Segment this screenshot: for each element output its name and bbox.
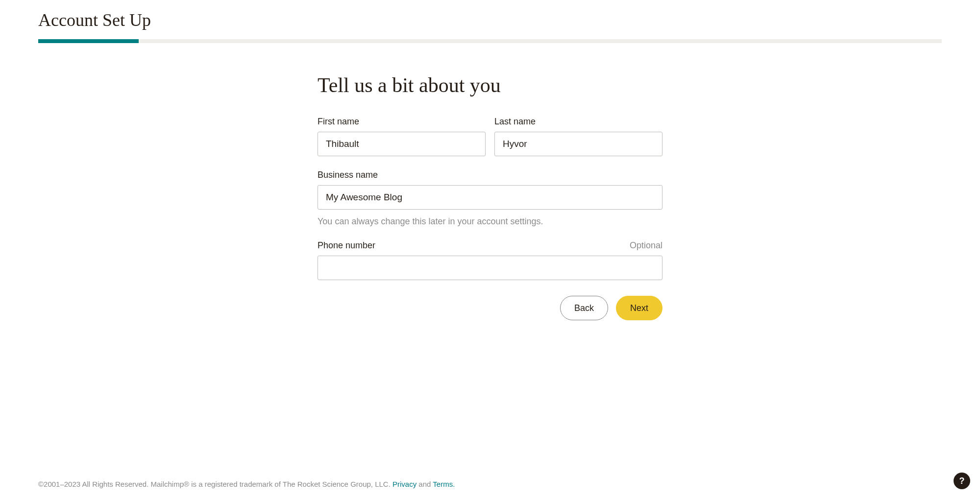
progress-fill: [38, 39, 139, 43]
footer-and: and: [416, 480, 433, 488]
progress-bar: [38, 39, 942, 43]
first-name-field-group: First name: [318, 117, 486, 156]
business-name-input[interactable]: [318, 185, 662, 210]
name-row: First name Last name: [318, 117, 662, 156]
back-button[interactable]: Back: [560, 296, 608, 320]
button-row: Back Next: [318, 296, 662, 320]
phone-field-group: Phone number Optional: [318, 240, 662, 280]
privacy-link[interactable]: Privacy: [392, 480, 416, 488]
phone-label: Phone number: [318, 240, 375, 251]
terms-link[interactable]: Terms.: [433, 480, 455, 488]
business-name-field-group: Business name You can always change this…: [318, 170, 662, 227]
last-name-label: Last name: [494, 117, 536, 127]
last-name-input[interactable]: [494, 132, 662, 156]
first-name-label: First name: [318, 117, 359, 127]
phone-input[interactable]: [318, 256, 662, 280]
form-heading: Tell us a bit about you: [318, 73, 662, 97]
footer-copyright: ©2001–2023 All Rights Reserved. Mailchim…: [38, 480, 392, 488]
next-button[interactable]: Next: [616, 296, 662, 320]
first-name-input[interactable]: [318, 132, 486, 156]
help-icon: ?: [959, 476, 965, 486]
footer: ©2001–2023 All Rights Reserved. Mailchim…: [38, 480, 455, 488]
business-name-helper: You can always change this later in your…: [318, 216, 662, 227]
page-title: Account Set Up: [38, 10, 942, 30]
help-button[interactable]: ?: [954, 473, 970, 489]
header: Account Set Up: [0, 0, 980, 39]
last-name-field-group: Last name: [494, 117, 662, 156]
phone-optional-tag: Optional: [630, 240, 662, 251]
business-name-label: Business name: [318, 170, 378, 180]
form-container: Tell us a bit about you First name Last …: [318, 43, 662, 320]
